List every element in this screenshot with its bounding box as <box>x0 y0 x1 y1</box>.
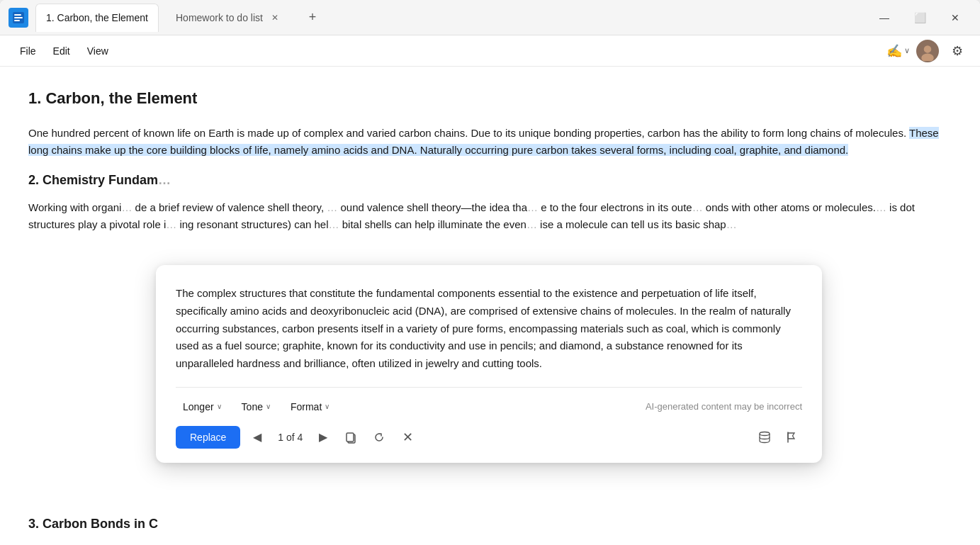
svg-rect-2 <box>14 17 23 18</box>
ai-popup: The complex structures that constitute t… <box>156 265 822 463</box>
tab-inactive[interactable]: Homework to do list ✕ <box>166 4 291 32</box>
menu-edit[interactable]: Edit <box>45 41 79 61</box>
svg-point-5 <box>924 45 932 53</box>
tab-active-label: 1. Carbon, the Element <box>46 12 148 23</box>
ai-chevron: ∨ <box>904 46 910 55</box>
longer-label: Longer <box>183 401 214 412</box>
flag-icon[interactable] <box>781 427 802 448</box>
ai-disclaimer: AI-generated content may be incorrect <box>646 401 802 412</box>
svg-rect-3 <box>14 20 20 21</box>
layers-icon[interactable] <box>754 427 775 448</box>
doc-para2: Working with organi… de a brief review o… <box>28 199 952 233</box>
ai-toolbar: Longer ∨ Tone ∨ Format ∨ AI-generated co… <box>176 387 802 416</box>
menu-view[interactable]: View <box>79 41 117 61</box>
ai-actions: Replace ◀ 1 of 4 ▶ ✕ <box>176 426 802 449</box>
replace-button[interactable]: Replace <box>176 426 240 449</box>
menu-bar-right: ✍ ∨ ⚙ <box>886 40 969 62</box>
doc-heading3: 3. Carbon Bonds in C <box>28 517 952 532</box>
settings-button[interactable]: ⚙ <box>946 40 969 62</box>
tone-dropdown[interactable]: Tone ∨ <box>235 398 278 416</box>
close-button[interactable]: ✕ <box>939 6 971 29</box>
minimize-button[interactable]: — <box>868 6 901 29</box>
format-label: Format <box>291 401 322 412</box>
window-controls: — ⬜ ✕ <box>868 6 980 29</box>
dismiss-button[interactable]: ✕ <box>397 427 418 448</box>
doc-para1: One hundred percent of known life on Ear… <box>28 125 952 159</box>
maximize-button[interactable]: ⬜ <box>903 6 936 29</box>
title-bar: 1. Carbon, the Element Homework to do li… <box>0 0 980 35</box>
tab-inactive-label: Homework to do list <box>176 12 263 23</box>
ai-popup-text: The complex structures that constitute t… <box>176 285 802 373</box>
content-area: 1. Carbon, the Element One hundred perce… <box>0 67 980 545</box>
avatar[interactable] <box>916 40 939 62</box>
tone-chevron: ∨ <box>266 403 271 410</box>
right-action-icons <box>754 427 802 448</box>
menu-bar: File Edit View ✍ ∨ ⚙ <box>0 35 980 67</box>
para1-before: One hundred percent of known life on Ear… <box>28 127 906 139</box>
heading3-text: 3. Carbon Bonds in C <box>28 517 158 531</box>
ai-write-button[interactable]: ✍ ∨ <box>886 40 909 62</box>
longer-dropdown[interactable]: Longer ∨ <box>176 398 229 416</box>
ai-write-icon: ✍ <box>886 43 902 59</box>
next-button[interactable]: ▶ <box>313 427 333 447</box>
doc-heading2: 2. Chemistry Fundam… <box>28 173 952 188</box>
tab-active[interactable]: 1. Carbon, the Element <box>35 4 159 32</box>
close-tab-button[interactable]: ✕ <box>269 11 281 24</box>
doc-heading1: 1. Carbon, the Element <box>28 89 952 108</box>
page-counter: 1 of 4 <box>274 432 306 443</box>
refresh-button[interactable] <box>368 427 390 448</box>
add-tab-button[interactable]: + <box>301 6 324 29</box>
svg-rect-1 <box>14 14 21 16</box>
svg-rect-8 <box>347 433 354 442</box>
heading2-text: 2. Chemistry Fundam <box>28 173 158 187</box>
title-bar-left: 1. Carbon, the Element Homework to do li… <box>0 4 332 32</box>
tone-label: Tone <box>242 401 263 412</box>
app-window: 1. Carbon, the Element Homework to do li… <box>0 0 980 545</box>
format-chevron: ∨ <box>325 403 330 410</box>
longer-chevron: ∨ <box>217 403 222 410</box>
svg-point-9 <box>760 432 770 435</box>
format-dropdown[interactable]: Format ∨ <box>283 398 337 416</box>
app-icon <box>9 8 28 28</box>
menu-file[interactable]: File <box>11 41 45 61</box>
copy-button[interactable] <box>340 427 361 448</box>
prev-button[interactable]: ◀ <box>247 427 267 447</box>
